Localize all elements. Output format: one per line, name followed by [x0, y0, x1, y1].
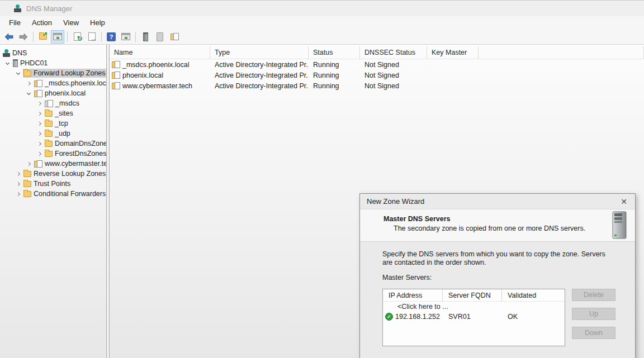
- folder-icon: [45, 121, 53, 127]
- down-button[interactable]: Down: [572, 327, 615, 339]
- server-tower-icon: [609, 211, 629, 240]
- column-header-server-fqdn[interactable]: Server FQDN: [443, 289, 502, 302]
- toolbar-separator: [67, 32, 68, 42]
- panel-icon: [157, 32, 163, 41]
- zone-folder-tool-button[interactable]: [168, 30, 181, 44]
- server-icon: [143, 32, 148, 41]
- folder-icon: [23, 70, 31, 77]
- delete-button[interactable]: Delete: [572, 289, 615, 301]
- collapse-expander[interactable]: [2, 63, 12, 64]
- export-list-button[interactable]: →: [85, 30, 98, 44]
- validated-check-icon: [385, 313, 393, 321]
- menu-bar: File Action View Help: [0, 16, 644, 29]
- up-button[interactable]: Up: [572, 308, 615, 320]
- column-header-validated[interactable]: Validated: [502, 289, 565, 302]
- export-list-icon: →: [88, 32, 96, 41]
- column-header-blank: [479, 46, 644, 59]
- tree-item-conditional-forwarders[interactable]: Conditional Forwarders: [0, 189, 106, 199]
- show-console-tree-button[interactable]: [51, 30, 64, 44]
- server-tool-button[interactable]: [139, 30, 152, 44]
- expand-expander[interactable]: [34, 102, 44, 105]
- expand-expander[interactable]: [34, 152, 44, 155]
- console-tree-pane: DNS PHDC01 Forward Lookup Zones _msdcs.p…: [0, 45, 106, 358]
- wizard-header: Master DNS Servers The secondary zone is…: [360, 209, 635, 242]
- new-zone-wizard-dialog: New Zone Wizard ✕ Master DNS Servers The…: [359, 193, 636, 358]
- wizard-page-subtitle: The secondary zone is copied from one or…: [394, 225, 585, 232]
- dialog-title: New Zone Wizard: [367, 197, 424, 206]
- refresh-icon: ↻: [74, 32, 81, 41]
- dns-root-icon: [3, 49, 10, 57]
- column-header-key-master[interactable]: Key Master: [427, 46, 479, 59]
- folder-icon: [45, 131, 53, 137]
- panel-tool-button[interactable]: [153, 30, 167, 44]
- expand-expander[interactable]: [13, 193, 23, 195]
- zone-folder-icon: [171, 33, 179, 40]
- tree-item-phdc01[interactable]: PHDC01: [0, 58, 106, 68]
- master-servers-header-row: IP Address Server FQDN Validated: [383, 289, 565, 302]
- menu-action[interactable]: Action: [26, 17, 58, 28]
- tree-item-tcp[interactable]: _tcp: [0, 118, 106, 128]
- menu-help[interactable]: Help: [84, 17, 111, 28]
- column-header-type[interactable]: Type: [210, 46, 309, 59]
- folder-icon: [23, 191, 31, 197]
- expand-expander[interactable]: [34, 132, 44, 135]
- folder-up-icon: ↗: [39, 34, 47, 40]
- expand-expander[interactable]: [23, 163, 34, 165]
- column-header-ip-address[interactable]: IP Address: [383, 289, 443, 302]
- tree-item-trust-points[interactable]: Trust Points: [0, 179, 106, 189]
- tree-item-msdcs-phoenix-local[interactable]: _msdcs.phoenix.local: [0, 78, 106, 88]
- back-button[interactable]: [2, 30, 16, 44]
- zone-icon: [112, 82, 120, 89]
- collapse-expander[interactable]: [13, 73, 23, 74]
- show-console-tree-icon: [53, 33, 62, 40]
- column-header-name[interactable]: Name: [110, 46, 210, 59]
- tree-item-udp[interactable]: _udp: [0, 128, 106, 139]
- expand-expander[interactable]: [13, 173, 23, 175]
- expand-expander[interactable]: [13, 183, 23, 185]
- zone-row-www-cybermaster-tech[interactable]: www.cybermaster.tech Active Directory-In…: [110, 80, 644, 91]
- up-one-level-button[interactable]: ↗: [36, 30, 50, 44]
- zone-icon: [34, 160, 42, 168]
- menu-file[interactable]: File: [3, 17, 26, 28]
- collapse-expander[interactable]: [23, 93, 34, 94]
- forward-button[interactable]: [17, 30, 30, 44]
- toolbar-separator: [33, 32, 34, 42]
- expand-expander[interactable]: [23, 82, 34, 85]
- tree-item-forestdnszones[interactable]: ForestDnsZones: [0, 149, 106, 159]
- column-header-dnssec-status[interactable]: DNSSEC Status: [360, 46, 427, 59]
- tree-item-phoenix-local[interactable]: phoenix.local: [0, 88, 106, 98]
- master-server-row[interactable]: 192.168.1.252 SVR01 OK: [383, 311, 565, 322]
- toolbar-separator: [101, 32, 102, 42]
- folder-icon: [45, 111, 53, 117]
- dialog-title-bar: New Zone Wizard: [360, 194, 635, 209]
- properties-window-icon: [121, 33, 130, 40]
- wizard-page-title: Master DNS Servers: [383, 215, 451, 223]
- expand-expander[interactable]: [34, 122, 44, 125]
- dns-manager-window: DNS Manager File Action View Help ↗ ↻ →: [0, 0, 644, 358]
- folder-icon: [23, 181, 31, 187]
- zone-row-phoenix-local[interactable]: phoenix.local Active Directory-Integrate…: [110, 70, 644, 80]
- tree-item-sites[interactable]: _sites: [0, 108, 106, 118]
- expand-expander[interactable]: [34, 142, 44, 145]
- menu-view[interactable]: View: [58, 17, 84, 28]
- add-server-placeholder-row[interactable]: <Click here to ...: [383, 302, 565, 311]
- properties-window-button[interactable]: [119, 30, 132, 44]
- tree-item-dns-root[interactable]: DNS: [0, 48, 106, 58]
- tree-item-msdcs[interactable]: _msdcs: [0, 98, 106, 108]
- zone-row-msdcs-phoenix-local[interactable]: _msdcs.phoenix.local Active Directory-In…: [110, 59, 644, 70]
- tree-item-www-cybermaster-tech[interactable]: www.cybermaster.tech: [0, 159, 106, 169]
- tree-item-forward-lookup-zones[interactable]: Forward Lookup Zones: [0, 68, 106, 78]
- tree-item-domaindnszones[interactable]: DomainDnsZones: [0, 139, 106, 149]
- tree-item-reverse-lookup-zones[interactable]: Reverse Lookup Zones: [0, 169, 106, 179]
- server-icon: [13, 59, 18, 67]
- folder-icon: [45, 141, 53, 147]
- zone-icon: [34, 90, 42, 97]
- refresh-button[interactable]: ↻: [70, 30, 84, 44]
- zone-icon: [112, 71, 120, 79]
- column-header-status[interactable]: Status: [309, 46, 360, 59]
- help-button[interactable]: ?: [105, 30, 118, 44]
- expand-expander[interactable]: [34, 112, 44, 115]
- help-icon: ?: [107, 32, 116, 41]
- close-icon[interactable]: ✕: [617, 196, 631, 207]
- dns-manager-app-icon: [14, 4, 21, 12]
